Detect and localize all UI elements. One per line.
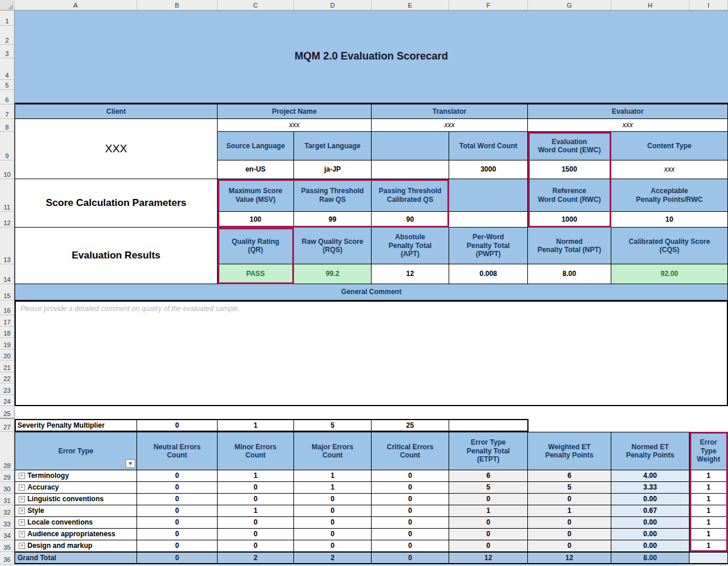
row-header-35[interactable]: 35 (0, 540, 15, 552)
row-header-18[interactable]: 18 (0, 327, 15, 338)
row-header-9[interactable]: 9 (0, 132, 15, 160)
select-all-corner[interactable] (0, 0, 15, 10)
neutral-count[interactable]: 0 (137, 505, 218, 517)
row-header-6[interactable]: 6 (0, 90, 15, 104)
major-count[interactable]: 0 (294, 494, 372, 505)
row-header-12[interactable]: 12 (0, 212, 15, 228)
row-header-36[interactable]: 36 (0, 552, 15, 564)
col-header-i[interactable]: I (690, 0, 728, 10)
passing-threshold-raw-value[interactable]: 99 (294, 212, 372, 228)
col-header-a[interactable]: A (15, 0, 137, 10)
row-header-17[interactable]: 17 (0, 315, 15, 327)
row-header-22[interactable]: 22 (0, 372, 15, 384)
neutral-count[interactable]: 0 (137, 529, 218, 540)
critical-count[interactable]: 0 (372, 505, 449, 517)
error-type-weight-value[interactable]: 1 (690, 505, 728, 517)
row-header-3[interactable]: 3 (0, 45, 15, 58)
major-count[interactable]: 0 (294, 505, 372, 517)
expand-icon[interactable] (19, 496, 25, 502)
col-header-h[interactable]: H (611, 0, 690, 10)
evaluation-word-count-value[interactable]: 1500 (528, 160, 611, 179)
client-value[interactable]: XXX (15, 119, 218, 179)
empty-cell-f11[interactable] (449, 179, 528, 212)
critical-count[interactable]: 0 (372, 494, 449, 505)
expand-icon[interactable] (19, 531, 25, 537)
rwc-value[interactable]: 1000 (528, 212, 611, 228)
total-word-count-value[interactable]: 3000 (449, 160, 528, 179)
row-header-27[interactable]: 27 (0, 419, 15, 432)
row-header-16[interactable]: 16 (0, 301, 15, 315)
row-header-8[interactable]: 8 (0, 119, 15, 132)
row-header-31[interactable]: 31 (0, 494, 15, 505)
neutral-count[interactable]: 0 (137, 482, 218, 494)
severity-minor-value[interactable]: 1 (218, 419, 294, 432)
general-comment-input[interactable]: Please provide a detailed comment on qua… (15, 301, 728, 406)
major-count[interactable]: 1 (294, 482, 372, 494)
severity-neutral-value[interactable]: 0 (137, 419, 218, 432)
row-header-20[interactable]: 20 (0, 350, 15, 361)
neutral-count[interactable]: 0 (137, 470, 218, 482)
row-header-1[interactable]: 1 (0, 11, 15, 26)
expand-icon[interactable] (19, 543, 25, 549)
row-header-28[interactable]: 28 (0, 432, 15, 470)
row-header-32[interactable]: 32 (0, 505, 15, 517)
row-header-24[interactable]: 24 (0, 395, 15, 407)
passing-threshold-calibrated-value[interactable]: 90 (372, 212, 449, 228)
minor-count[interactable]: 0 (218, 529, 294, 540)
row-header-2[interactable]: 2 (0, 26, 15, 45)
col-header-c[interactable]: C (218, 0, 294, 10)
row-header-19[interactable]: 19 (0, 338, 15, 350)
row-header-5[interactable]: 5 (0, 80, 15, 90)
empty-cell-f12[interactable] (449, 212, 528, 228)
expand-icon[interactable] (19, 484, 25, 491)
col-header-e[interactable]: E (372, 0, 449, 10)
target-language-value[interactable]: ja-JP (294, 160, 372, 179)
source-language-value[interactable]: en-US (218, 160, 294, 179)
row-header-33[interactable]: 33 (0, 517, 15, 529)
empty-cell-f27[interactable] (449, 419, 528, 432)
critical-count[interactable]: 0 (372, 470, 449, 482)
error-type-weight-value[interactable]: 1 (690, 482, 728, 494)
row-header-15[interactable]: 15 (0, 284, 15, 301)
row-header-29[interactable]: 29 (0, 470, 15, 482)
content-type-value[interactable]: xxx (611, 160, 728, 179)
row-header-4[interactable]: 4 (0, 58, 15, 80)
minor-count[interactable]: 0 (218, 517, 294, 529)
row-header-30[interactable]: 30 (0, 482, 15, 494)
row-header-10[interactable]: 10 (0, 160, 15, 179)
expand-icon[interactable] (19, 519, 25, 526)
critical-count[interactable]: 0 (372, 529, 449, 540)
project-name-value[interactable]: xxx (218, 119, 372, 132)
minor-count[interactable]: 1 (218, 470, 294, 482)
row-header-23[interactable]: 23 (0, 383, 15, 395)
critical-count[interactable]: 0 (372, 517, 449, 529)
empty-row-25[interactable] (15, 406, 728, 419)
minor-count[interactable]: 0 (218, 540, 294, 552)
major-count[interactable]: 0 (294, 529, 372, 540)
minor-count[interactable]: 0 (218, 482, 294, 494)
col-header-f[interactable]: F (449, 0, 528, 10)
filter-dropdown-button[interactable] (125, 459, 135, 468)
error-type-weight-value[interactable]: 1 (690, 540, 728, 552)
translator-value[interactable]: xxx (372, 119, 528, 132)
critical-count[interactable]: 0 (372, 540, 449, 552)
expand-icon[interactable] (19, 473, 25, 479)
severity-major-value[interactable]: 5 (294, 419, 372, 432)
row-header-7[interactable]: 7 (0, 104, 15, 119)
expand-icon[interactable] (19, 508, 25, 514)
critical-count[interactable]: 0 (372, 482, 449, 494)
col-header-b[interactable]: B (137, 0, 218, 10)
msv-value[interactable]: 100 (218, 212, 294, 228)
col-header-g[interactable]: G (528, 0, 611, 10)
neutral-count[interactable]: 0 (137, 494, 218, 505)
major-count[interactable]: 0 (294, 517, 372, 529)
error-type-weight-value[interactable]: 1 (690, 517, 728, 529)
row-header-21[interactable]: 21 (0, 361, 15, 372)
minor-count[interactable]: 0 (218, 494, 294, 505)
row-header-34[interactable]: 34 (0, 529, 15, 540)
error-type-weight-value[interactable]: 1 (690, 470, 728, 482)
row-header-14[interactable]: 14 (0, 264, 15, 284)
major-count[interactable]: 0 (294, 540, 372, 552)
error-type-weight-value[interactable]: 1 (690, 494, 728, 505)
empty-cell-e10[interactable] (372, 160, 449, 179)
